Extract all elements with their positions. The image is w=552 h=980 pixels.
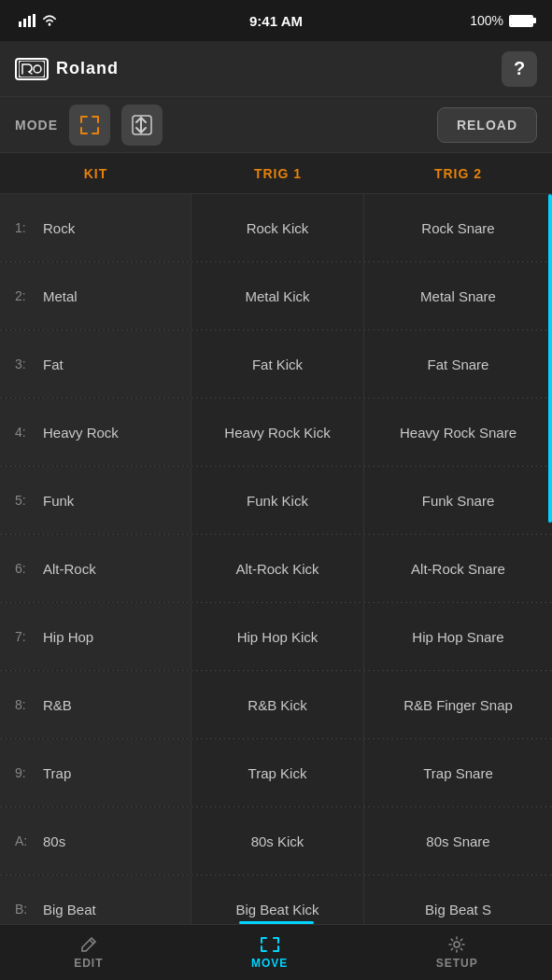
kit-name-cell: 3: Fat <box>0 330 191 398</box>
svg-rect-3 <box>33 14 35 27</box>
trig2-cell[interactable]: Rock Snare <box>364 194 552 261</box>
trig2-cell[interactable]: Heavy Rock Snare <box>364 399 552 466</box>
kit-name-cell: 7: Hip Hop <box>0 603 191 670</box>
status-time: 9:41 AM <box>249 13 303 29</box>
edit-label: EDIT <box>74 957 103 970</box>
roland-logo: Roland <box>15 58 119 80</box>
table-row[interactable]: 6: Alt-Rock Alt-Rock Kick Alt-Rock Snare <box>0 535 552 603</box>
nav-setup[interactable]: SETUP <box>436 936 478 970</box>
status-bar: 9:41 AM 100% <box>0 0 552 41</box>
nav-move[interactable]: MOVE <box>251 936 288 970</box>
scrollbar-thumb[interactable] <box>548 194 552 523</box>
kit-name-cell: 9: Trap <box>0 739 191 806</box>
wifi-icon <box>41 14 58 27</box>
toolbar: MODE RELOAD <box>0 97 552 153</box>
svg-rect-0 <box>19 21 21 27</box>
kit-name-cell: 5: Funk <box>0 467 191 534</box>
kit-number: A: <box>15 833 34 848</box>
kit-name: Trap <box>43 765 71 781</box>
roland-brand-name: Roland <box>56 59 119 78</box>
svg-point-4 <box>49 23 51 26</box>
svg-point-6 <box>34 65 41 73</box>
kit-name: Metal <box>43 288 78 304</box>
column-headers: KIT TRIG 1 TRIG 2 <box>0 153 552 194</box>
scroll-area: 1: Rock Rock Kick Rock Snare 2: Metal Me… <box>0 194 552 924</box>
table-row[interactable]: A: 80s 80s Kick 80s Snare <box>0 807 552 875</box>
svg-point-8 <box>454 942 460 947</box>
trig1-cell[interactable]: Hip Hop Kick <box>191 603 364 670</box>
kit-number: 6: <box>15 561 34 576</box>
trig1-cell[interactable]: Fat Kick <box>191 330 364 398</box>
table-row[interactable]: 5: Funk Funk Kick Funk Snare <box>0 467 552 535</box>
swap-icon <box>132 115 152 135</box>
kit-column-header: KIT <box>0 153 191 193</box>
kit-name: Alt-Rock <box>43 561 96 577</box>
trig2-cell[interactable]: Fat Snare <box>364 330 552 398</box>
reload-button[interactable]: RELOAD <box>437 107 537 143</box>
table-row[interactable]: 3: Fat Fat Kick Fat Snare <box>0 330 552 399</box>
trig2-cell[interactable]: Funk Snare <box>364 467 552 534</box>
kit-name-cell: B: Big Beat <box>0 875 191 924</box>
battery-icon <box>509 15 533 27</box>
table-row[interactable]: 4: Heavy Rock Heavy Rock Kick Heavy Rock… <box>0 399 552 467</box>
trig1-cell[interactable]: Alt-Rock Kick <box>191 535 364 602</box>
kit-number: 5: <box>15 493 34 508</box>
table-row[interactable]: 7: Hip Hop Hip Hop Kick Hip Hop Snare <box>0 603 552 671</box>
move-icon <box>260 936 280 953</box>
trig2-cell[interactable]: Hip Hop Snare <box>364 603 552 670</box>
table-row[interactable]: 8: R&B R&B Kick R&B Finger Snap <box>0 671 552 739</box>
trig2-cell[interactable]: Metal Snare <box>364 262 552 329</box>
status-left <box>19 14 58 27</box>
trig1-cell[interactable]: 80s Kick <box>191 807 364 875</box>
kit-name: Hip Hop <box>43 629 93 645</box>
kit-number: 3: <box>15 357 34 371</box>
swap-button[interactable] <box>121 105 163 146</box>
kit-name-cell: 6: Alt-Rock <box>0 535 191 602</box>
bottom-nav: EDIT MOVE SETUP <box>0 924 552 980</box>
move-label: MOVE <box>251 957 288 970</box>
kit-name-cell: 1: Rock <box>0 194 191 261</box>
kit-name-cell: A: 80s <box>0 807 191 875</box>
trig2-cell[interactable]: Trap Snare <box>364 739 552 806</box>
table-row[interactable]: 2: Metal Metal Kick Metal Snare <box>0 262 552 330</box>
kit-number: 8: <box>15 697 34 712</box>
kit-name: Fat <box>43 357 64 372</box>
edit-icon <box>80 936 97 953</box>
kit-name: Funk <box>43 493 74 509</box>
trig1-cell[interactable]: Heavy Rock Kick <box>191 399 364 466</box>
header-bar: Roland ? <box>0 41 552 97</box>
trig2-cell[interactable]: Alt-Rock Snare <box>364 535 552 602</box>
kit-name: Heavy Rock <box>43 425 119 441</box>
expand-button[interactable] <box>69 105 110 146</box>
kit-number: 7: <box>15 629 34 644</box>
setup-icon <box>448 936 465 953</box>
trig1-cell[interactable]: Big Beat Kick <box>191 875 364 924</box>
trig2-cell[interactable]: 80s Snare <box>364 807 552 875</box>
scrollbar[interactable] <box>546 194 552 924</box>
roland-logo-mark <box>15 58 49 80</box>
kit-number: 4: <box>15 425 34 440</box>
trig1-cell[interactable]: Metal Kick <box>191 262 364 329</box>
help-button[interactable]: ? <box>502 51 537 87</box>
trig1-cell[interactable]: Funk Kick <box>191 467 364 534</box>
trig1-cell[interactable]: Rock Kick <box>191 194 364 261</box>
kit-number: 9: <box>15 765 34 780</box>
trig1-cell[interactable]: Trap Kick <box>191 739 364 806</box>
trig2-column-header: TRIG 2 <box>364 153 552 193</box>
kit-name: Big Beat <box>43 902 96 917</box>
mode-label: MODE <box>15 118 58 133</box>
table-row[interactable]: 9: Trap Trap Kick Trap Snare <box>0 739 552 807</box>
trig2-cell[interactable]: Big Beat S <box>364 875 552 924</box>
table-row[interactable]: 1: Rock Rock Kick Rock Snare <box>0 194 552 262</box>
trig2-cell[interactable]: R&B Finger Snap <box>364 671 552 738</box>
kit-number: B: <box>15 902 34 917</box>
kit-name-cell: 2: Metal <box>0 262 191 329</box>
trig1-cell[interactable]: R&B Kick <box>191 671 364 738</box>
nav-edit[interactable]: EDIT <box>74 936 103 970</box>
expand-icon <box>79 115 100 135</box>
table-row[interactable]: B: Big Beat Big Beat Kick Big Beat S <box>0 875 552 924</box>
svg-rect-2 <box>28 16 31 27</box>
kit-name: 80s <box>43 833 65 849</box>
kit-table: 1: Rock Rock Kick Rock Snare 2: Metal Me… <box>0 194 552 924</box>
status-right: 100% <box>470 13 533 28</box>
